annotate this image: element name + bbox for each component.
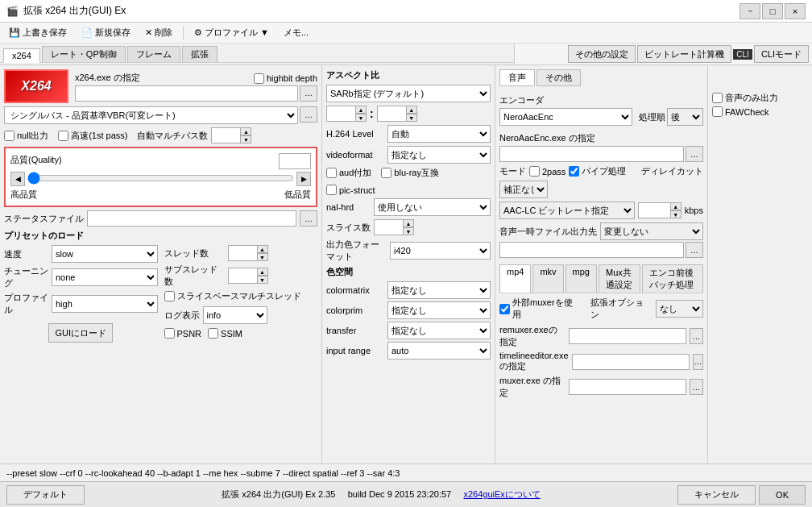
twopass-checkbox[interactable] xyxy=(529,166,540,177)
nero-exe-browse[interactable]: … xyxy=(686,146,703,162)
maximize-button[interactable]: □ xyxy=(762,3,783,19)
audio-tab-voice[interactable]: 音声 xyxy=(499,69,535,86)
output-path-browse[interactable]: … xyxy=(686,242,703,258)
high-speed-checkbox[interactable] xyxy=(58,131,68,141)
timeline-input[interactable]: ¥exe_files¥timelineeditor_r1384.exe xyxy=(572,354,690,370)
mux-tab-mpg[interactable]: mpg xyxy=(566,264,597,293)
mux-tab-mp4[interactable]: mp4 xyxy=(499,264,531,293)
process-select[interactable]: 後 xyxy=(667,108,703,126)
thread-down[interactable]: ▼ xyxy=(257,253,268,261)
kbps-input[interactable]: 128 xyxy=(638,202,670,218)
delete-menu[interactable]: ✕ 削除 xyxy=(139,24,178,41)
speed-select[interactable]: slow xyxy=(52,245,158,263)
about-link[interactable]: x264guiExについて xyxy=(463,489,540,499)
delay-select[interactable]: 補正なし xyxy=(499,181,548,198)
pipe-checkbox[interactable] xyxy=(569,166,579,177)
ext-option-select[interactable]: なし xyxy=(656,300,703,318)
audio-mode-select[interactable]: AAC-LC ビットレート指定 xyxy=(499,202,635,219)
auto-multi-down[interactable]: ▼ xyxy=(240,135,251,143)
colorprim-select[interactable]: 指定なし xyxy=(387,301,491,319)
remuxer-browse[interactable]: … xyxy=(690,328,703,344)
timeline-browse[interactable]: … xyxy=(693,354,703,370)
aspect-num2-up[interactable]: ▲ xyxy=(406,106,417,114)
cancel-button[interactable]: キャンセル xyxy=(677,485,756,505)
cli-mode-button[interactable]: CLIモード xyxy=(754,45,809,63)
tab-frame[interactable]: フレーム xyxy=(127,46,180,62)
aspect-num1-up[interactable]: ▲ xyxy=(355,106,367,114)
memo-menu[interactable]: メモ... xyxy=(278,24,314,41)
audio-only-checkbox[interactable] xyxy=(712,93,723,103)
output-dest-select[interactable]: 変更しない xyxy=(600,222,703,240)
faw-check-checkbox[interactable] xyxy=(712,106,723,117)
save-menu[interactable]: 💾 上書き保存 xyxy=(3,24,72,41)
auto-multi-up[interactable]: ▲ xyxy=(240,127,251,135)
subthread-input[interactable]: 0 xyxy=(228,268,257,284)
bitrate-calc-button[interactable]: ビットレート計算機 xyxy=(637,45,731,63)
gui-load-button[interactable]: GUIにロード xyxy=(48,323,113,343)
minimize-button[interactable]: － xyxy=(740,3,760,19)
default-button[interactable]: デフォルト xyxy=(6,485,85,505)
audio-tab-other[interactable]: その他 xyxy=(536,69,581,86)
muxer-input[interactable]: ¥exe_files¥muxer_r1384.exe xyxy=(569,379,686,395)
other-settings-button[interactable]: その他の設定 xyxy=(568,45,636,63)
exe-path-input[interactable]: ¥exe_files¥x264.r2665kMod.exe xyxy=(75,85,298,102)
kbps-up[interactable]: ▲ xyxy=(670,202,682,210)
output-path-input[interactable] xyxy=(499,242,684,258)
videoformat-select[interactable]: 指定なし xyxy=(387,146,491,164)
new-save-menu[interactable]: 📄 新規保存 xyxy=(76,24,136,41)
encode-mode-browse[interactable]: … xyxy=(300,106,317,123)
quality-slider-right[interactable]: ▶ xyxy=(296,172,311,186)
slice-multithread-checkbox[interactable] xyxy=(164,291,175,301)
bluray-checkbox[interactable] xyxy=(381,168,392,178)
close-button[interactable]: × xyxy=(785,3,806,19)
aud-checkbox[interactable] xyxy=(326,168,337,178)
pic-struct-checkbox[interactable] xyxy=(326,185,337,195)
tab-x264[interactable]: x264 xyxy=(3,48,40,63)
muxer-browse[interactable]: … xyxy=(690,379,703,395)
quality-slider[interactable] xyxy=(27,171,294,185)
use-external-muxer-checkbox[interactable] xyxy=(499,304,510,314)
aspect-num2-down[interactable]: ▼ xyxy=(406,114,417,122)
mux-tab-mkv[interactable]: mkv xyxy=(532,264,563,293)
quality-value-input[interactable]: 0 xyxy=(279,153,311,169)
status-file-input[interactable]: %{savfile}.stats xyxy=(87,210,296,226)
sar-select[interactable]: SARb指定 (デフォルト) xyxy=(326,85,491,102)
transfer-select[interactable]: 指定なし xyxy=(387,322,491,339)
aspect-num1-input[interactable]: 4 xyxy=(326,106,355,122)
status-file-browse[interactable]: … xyxy=(300,210,317,226)
thread-input[interactable]: 0 xyxy=(228,245,257,261)
encoder-select[interactable]: NeroAacEnc xyxy=(499,108,632,126)
ok-button[interactable]: OK xyxy=(759,485,806,505)
profile-menu[interactable]: ⚙ プロファイル ▼ xyxy=(188,24,275,41)
slice-count-down[interactable]: ▼ xyxy=(403,227,414,235)
input-range-select[interactable]: auto xyxy=(387,342,491,359)
aspect-num1-down[interactable]: ▼ xyxy=(355,114,367,122)
subthread-up[interactable]: ▲ xyxy=(257,268,268,276)
mux-tab-common[interactable]: Mux共通設定 xyxy=(599,264,640,293)
psnr-checkbox[interactable] xyxy=(164,328,175,339)
thread-up[interactable]: ▲ xyxy=(257,245,268,253)
auto-multi-input[interactable]: 2 xyxy=(211,127,240,143)
highbit-depth-checkbox[interactable] xyxy=(254,73,264,84)
color-format-select[interactable]: i420 xyxy=(390,242,491,260)
slice-count-up[interactable]: ▲ xyxy=(403,219,414,227)
tuning-select[interactable]: none xyxy=(52,268,158,286)
mux-tab-batch[interactable]: エンコ前後バッチ処理 xyxy=(642,264,703,293)
colormatrix-select[interactable]: 指定なし xyxy=(387,281,491,299)
encode-mode-select[interactable]: シングルパス - 品質基準VBR(可変レート) xyxy=(4,106,298,124)
aspect-num2-input[interactable]: 3 xyxy=(377,106,406,122)
kbps-down[interactable]: ▼ xyxy=(670,210,682,218)
quality-slider-left[interactable]: ◀ xyxy=(10,172,25,186)
h264-level-select[interactable]: 自動 xyxy=(387,125,491,143)
subthread-down[interactable]: ▼ xyxy=(257,276,268,284)
profile-select[interactable]: high xyxy=(52,295,158,313)
null-output-checkbox[interactable] xyxy=(4,131,14,141)
nal-hrd-select[interactable]: 使用しない xyxy=(374,198,491,216)
remuxer-input[interactable]: ¥exe_files¥remuxer_r1384.exe xyxy=(569,328,686,344)
exe-browse-button[interactable]: … xyxy=(300,85,317,102)
slice-count-input[interactable]: 0 xyxy=(374,219,403,235)
tab-expand[interactable]: 拡張 xyxy=(182,46,218,62)
log-select[interactable]: info xyxy=(203,306,267,324)
tab-rate-qp[interactable]: レート・QP制御 xyxy=(42,46,126,62)
ssim-checkbox[interactable] xyxy=(208,328,218,339)
